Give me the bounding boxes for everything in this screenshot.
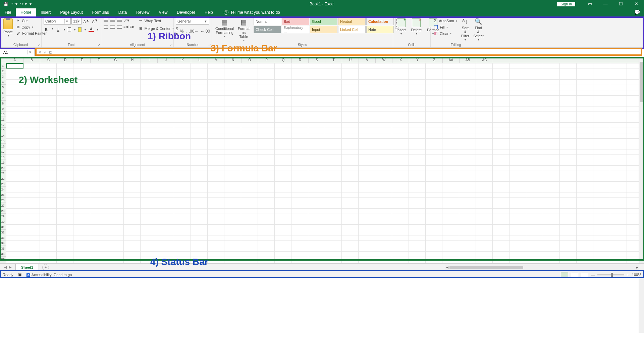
sign-in-button[interactable]: Sign in bbox=[557, 1, 576, 7]
column-header[interactable]: P bbox=[258, 57, 275, 63]
save-icon[interactable]: 💾 bbox=[3, 2, 8, 6]
sheet-nav-next-icon[interactable]: ▶ bbox=[9, 265, 11, 269]
new-sheet-button[interactable]: + bbox=[42, 264, 49, 271]
column-header[interactable]: J bbox=[158, 57, 174, 63]
bold-button[interactable]: B bbox=[44, 28, 49, 32]
column-header[interactable]: K bbox=[174, 57, 191, 63]
normal-view-icon[interactable] bbox=[561, 272, 568, 277]
fill-color-icon[interactable] bbox=[78, 27, 82, 32]
page-break-view-icon[interactable] bbox=[581, 272, 588, 277]
row-header[interactable]: 11 bbox=[0, 117, 6, 122]
column-header[interactable]: V bbox=[359, 57, 376, 63]
row-header[interactable]: 12 bbox=[0, 122, 6, 128]
select-all-corner[interactable] bbox=[0, 57, 6, 63]
tell-me-search[interactable]: ? Tell me what you want to do bbox=[220, 8, 283, 16]
autosum-button[interactable]: AutoSum ▾ bbox=[433, 18, 459, 24]
accounting-format-icon[interactable]: $ ▾ bbox=[176, 27, 178, 36]
row-header[interactable]: 30 bbox=[0, 219, 6, 224]
fill-button[interactable]: Fill ▾ bbox=[433, 25, 459, 30]
number-format-combo[interactable]: General▾ bbox=[176, 18, 209, 25]
column-header[interactable]: U bbox=[342, 57, 359, 63]
tab-review[interactable]: Review bbox=[131, 8, 154, 16]
qat-customize-icon[interactable]: ▾ bbox=[30, 2, 32, 6]
macro-record-icon[interactable]: ▣ bbox=[18, 272, 21, 277]
horizontal-scrollbar[interactable]: ◀▶ bbox=[445, 265, 639, 270]
delete-cells-button[interactable]: Delete▾ bbox=[410, 18, 423, 36]
italic-button[interactable]: I bbox=[50, 28, 54, 32]
zoom-level[interactable]: 100% bbox=[632, 273, 641, 277]
formula-input[interactable] bbox=[55, 49, 642, 56]
tab-file[interactable]: File bbox=[0, 8, 16, 16]
sheet-nav-prev-icon[interactable]: ◀ bbox=[4, 265, 7, 269]
column-header[interactable]: F bbox=[91, 57, 107, 63]
row-header[interactable]: 34 bbox=[0, 240, 6, 246]
column-header[interactable]: D bbox=[57, 57, 74, 63]
format-as-table-button[interactable]: ▤Format as Table▾ bbox=[236, 18, 251, 43]
column-headers[interactable]: ABCDEFGHIJKLMNOPQRSTUVWXYZAAABAC bbox=[0, 57, 644, 63]
row-header[interactable]: 3 bbox=[0, 74, 6, 79]
style-neutral[interactable]: Neutral bbox=[338, 18, 366, 25]
row-header[interactable]: 14 bbox=[0, 133, 6, 138]
accessibility-status[interactable]: Accessibility: Good to go bbox=[26, 273, 72, 277]
row-header[interactable]: 9 bbox=[0, 106, 6, 112]
row-header[interactable]: 17 bbox=[0, 149, 6, 155]
insert-function-icon[interactable]: fx bbox=[49, 50, 52, 55]
align-right-icon[interactable] bbox=[117, 25, 122, 29]
vertical-scrollbar[interactable] bbox=[639, 57, 644, 333]
style-explanatory[interactable]: Explanatory ... bbox=[282, 26, 309, 33]
conditional-formatting-button[interactable]: ▦Conditional Formatting▾ bbox=[214, 18, 235, 39]
font-color-icon[interactable]: A bbox=[89, 27, 94, 32]
column-header[interactable]: A bbox=[6, 57, 23, 63]
align-top-icon[interactable] bbox=[103, 18, 109, 23]
enter-formula-icon[interactable]: ✓ bbox=[44, 50, 47, 55]
column-header[interactable]: G bbox=[107, 57, 124, 63]
orientation-icon[interactable]: ⤢▾ bbox=[123, 18, 129, 23]
column-header[interactable]: S bbox=[309, 57, 325, 63]
row-header[interactable]: 8 bbox=[0, 101, 6, 106]
wrap-text-button[interactable]: Wrap Text bbox=[138, 18, 175, 24]
tab-developer[interactable]: Developer bbox=[172, 8, 200, 16]
align-bottom-icon[interactable] bbox=[117, 18, 122, 23]
tab-home[interactable]: Home bbox=[16, 8, 36, 16]
row-header[interactable]: 26 bbox=[0, 198, 6, 203]
row-header[interactable]: 22 bbox=[0, 176, 6, 181]
style-good[interactable]: Good bbox=[310, 18, 337, 25]
font-name-combo[interactable]: Calibri▾ bbox=[44, 18, 71, 25]
redo-icon[interactable]: ↷ ▾ bbox=[20, 2, 26, 6]
column-header[interactable]: Y bbox=[409, 57, 426, 63]
row-header[interactable]: 19 bbox=[0, 160, 6, 165]
row-header[interactable]: 35 bbox=[0, 246, 6, 251]
percent-format-icon[interactable]: % bbox=[180, 29, 184, 34]
column-header[interactable]: M bbox=[208, 57, 225, 63]
sheet-tab-sheet1[interactable]: Sheet1 bbox=[15, 264, 39, 270]
increase-font-icon[interactable]: A▲ bbox=[82, 18, 90, 24]
column-header[interactable]: N bbox=[225, 57, 241, 63]
style-input[interactable]: Input bbox=[310, 26, 337, 33]
tab-page-layout[interactable]: Page Layout bbox=[55, 8, 87, 16]
undo-icon[interactable]: ↶ ▾ bbox=[11, 2, 17, 6]
clipboard-dialog-icon[interactable]: ⤢ bbox=[38, 43, 41, 47]
column-header[interactable]: Q bbox=[275, 57, 292, 63]
style-check-cell[interactable]: Check Cell bbox=[254, 26, 281, 33]
tab-view[interactable]: View bbox=[154, 8, 172, 16]
column-header[interactable]: W bbox=[376, 57, 392, 63]
active-cell[interactable] bbox=[6, 63, 23, 69]
merge-center-button[interactable]: Merge & Center ▾ bbox=[138, 26, 175, 31]
increase-decimal-icon[interactable]: .00→ bbox=[189, 29, 199, 34]
ribbon-options-icon[interactable]: ▭ bbox=[582, 0, 598, 8]
decrease-indent-icon[interactable]: ≡◀ bbox=[123, 25, 128, 29]
minimize-button[interactable]: — bbox=[598, 0, 613, 8]
column-header[interactable]: Z bbox=[426, 57, 443, 63]
column-header[interactable]: AB bbox=[460, 57, 476, 63]
insert-cells-button[interactable]: Insert▾ bbox=[395, 18, 407, 36]
increase-indent-icon[interactable]: ≡▶ bbox=[129, 25, 134, 29]
zoom-out-button[interactable]: — bbox=[591, 273, 595, 277]
tab-help[interactable]: Help bbox=[200, 8, 218, 16]
row-headers[interactable]: 1234567891011121314151617181920212223242… bbox=[0, 63, 6, 263]
row-header[interactable]: 24 bbox=[0, 187, 6, 192]
row-header[interactable]: 16 bbox=[0, 144, 6, 149]
column-header[interactable]: C bbox=[40, 57, 57, 63]
row-header[interactable]: 28 bbox=[0, 208, 6, 214]
font-dialog-icon[interactable]: ⤢ bbox=[98, 43, 100, 47]
align-left-icon[interactable] bbox=[103, 25, 109, 29]
